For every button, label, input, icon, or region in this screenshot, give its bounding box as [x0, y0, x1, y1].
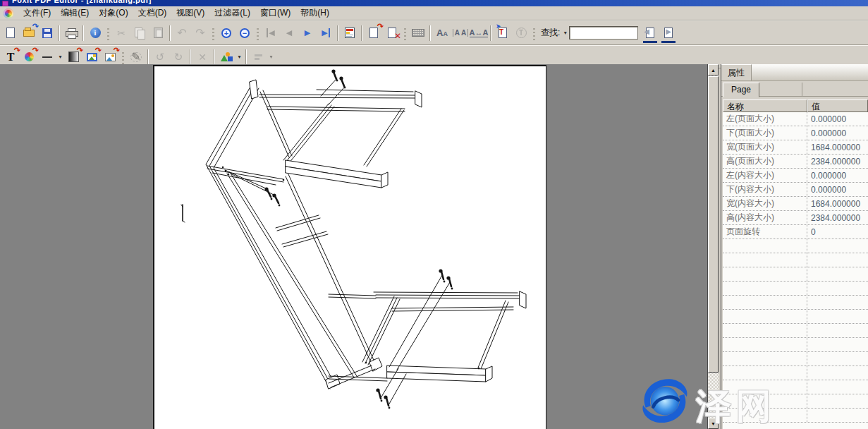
add-graphics-button[interactable]	[217, 49, 236, 66]
virtual-keyboard-button[interactable]	[409, 25, 427, 42]
insert-text-button[interactable]: T➤	[494, 25, 512, 42]
menu-item-8[interactable]: 帮助(H)	[295, 6, 334, 20]
edit-color-button[interactable]: ↷	[20, 49, 38, 66]
align-dropdown[interactable]: ▾	[267, 54, 275, 60]
document-icon[interactable]	[4, 8, 13, 18]
separator	[82, 25, 84, 41]
print-button[interactable]	[62, 25, 80, 42]
document-info-button[interactable]: i	[86, 25, 104, 42]
add-shading-button[interactable]: ↷	[64, 49, 82, 66]
font-compare-button[interactable]: A A	[451, 25, 470, 42]
rotate-object-right-button[interactable]: ↻	[169, 49, 188, 66]
window-title: Foxit PDF Editor - [zhankuang.pdf]	[12, 0, 152, 4]
property-value: 0.000000	[807, 169, 868, 182]
find-next-underline	[661, 41, 676, 43]
toolbar-grip[interactable]	[533, 26, 535, 40]
property-row-6[interactable]: 下(内容大小)0.000000	[723, 183, 868, 197]
menu-item-7[interactable]: 窗口(W)	[255, 6, 295, 20]
property-name: 宽(内容大小)	[723, 197, 807, 210]
redo-button[interactable]: ↷	[191, 25, 209, 42]
menu-item-4[interactable]: 文档(D)	[133, 6, 172, 20]
property-row-5[interactable]: 左(内容大小)0.000000	[723, 169, 868, 183]
menu-item-2[interactable]: 编辑(E)	[56, 6, 94, 20]
tab-edge	[802, 83, 802, 96]
copy-pages-icon	[135, 28, 145, 38]
property-row-7[interactable]: 宽(内容大小)1684.000000	[723, 197, 868, 211]
document-canvas[interactable]	[0, 64, 707, 429]
first-page-button[interactable]: ◀	[262, 25, 280, 42]
rotate-page-button[interactable]: ↷	[365, 25, 383, 42]
find-dropdown-button[interactable]: ▾	[561, 30, 569, 36]
vertical-scrollbar[interactable]: ▲ ▼	[707, 64, 719, 429]
scrollbar-thumb[interactable]	[708, 76, 719, 373]
property-row-empty	[723, 267, 868, 282]
text-circle-button[interactable]: T	[512, 25, 530, 42]
property-name: 宽(页面大小)	[723, 140, 807, 154]
paste-button[interactable]	[149, 25, 167, 42]
toolbar-grip[interactable]	[122, 50, 124, 64]
open-folder-icon	[23, 30, 35, 37]
find-previous-button[interactable]: ◀	[641, 25, 659, 42]
property-row-3[interactable]: 宽(页面大小)1684.000000	[723, 140, 868, 155]
edit-object-button[interactable]: ✎	[127, 49, 145, 66]
separator	[169, 25, 171, 41]
pdf-page[interactable]	[153, 65, 546, 429]
toolbar-grip[interactable]	[212, 26, 214, 40]
find-next-button[interactable]: ▶	[659, 25, 678, 42]
menu-item-3[interactable]: 对象(O)	[94, 6, 133, 20]
scroll-down-button[interactable]: ▼	[708, 418, 719, 429]
add-text-button[interactable]: T↷	[1, 49, 20, 66]
font-style-button[interactable]: AA	[433, 25, 451, 42]
menu-item-5[interactable]: 视图(V)	[171, 6, 209, 20]
property-value	[807, 267, 868, 281]
scroll-up-button[interactable]: ▲	[708, 64, 719, 75]
property-name	[723, 409, 807, 422]
line-style-button[interactable]	[38, 49, 56, 66]
page-layout-button[interactable]	[341, 25, 359, 42]
new-document-button[interactable]	[1, 25, 20, 42]
property-row-8[interactable]: 高(内容大小)2384.000000	[723, 211, 868, 225]
undo-arrow-icon: ↶	[177, 28, 186, 39]
add-image-button[interactable]: ↷	[101, 49, 119, 66]
open-button[interactable]: ↷	[20, 25, 38, 42]
add-graphics-dropdown[interactable]: ▾	[236, 54, 243, 60]
find-input[interactable]	[569, 26, 638, 40]
toolbar-grip[interactable]	[404, 26, 406, 40]
last-page-button[interactable]: ▶	[317, 25, 335, 42]
property-row-1[interactable]: 左(页面大小)0.000000	[723, 112, 868, 126]
toolbar-grip[interactable]	[257, 26, 259, 40]
property-row-2[interactable]: 下(页面大小)0.000000	[723, 126, 868, 140]
menu-items: 文件(F)编辑(E)对象(O)文档(D)视图(V)过滤器(L)窗口(W)帮助(H…	[18, 6, 334, 20]
zoom-out-button[interactable]: −	[236, 25, 254, 42]
tab-page[interactable]: Page	[723, 83, 759, 97]
cut-button[interactable]: ✂	[112, 25, 130, 42]
toolbar-grip[interactable]	[107, 26, 109, 40]
delete-object-button[interactable]: ✕	[193, 49, 212, 66]
property-value: 2384.000000	[807, 155, 868, 168]
undo-button[interactable]: ↶	[173, 25, 191, 42]
char-spacing-icon: A↔A	[470, 28, 489, 37]
property-row-empty	[723, 338, 868, 352]
property-row-empty	[723, 253, 868, 267]
property-row-9[interactable]: 页面旋转0	[723, 225, 868, 239]
save-button[interactable]	[38, 25, 56, 42]
new-page-icon	[6, 28, 15, 38]
property-row-4[interactable]: 高(页面大小)2384.000000	[723, 155, 868, 169]
printer-icon	[66, 28, 78, 37]
menu-item-1[interactable]: 文件(F)	[18, 6, 56, 20]
edit-image-button[interactable]: ↷	[82, 49, 101, 66]
clipboard-icon	[154, 28, 163, 38]
line-style-dropdown[interactable]: ▾	[56, 54, 64, 60]
rotate-object-left-button[interactable]: ↺	[151, 49, 169, 66]
char-spacing-button[interactable]: A↔A	[470, 25, 488, 42]
menu-item-6[interactable]: 过滤器(L)	[209, 6, 255, 20]
delete-page-button[interactable]: ✕	[383, 25, 401, 42]
property-name: 下(页面大小)	[723, 126, 807, 140]
zoom-in-button[interactable]: +	[217, 25, 236, 42]
property-row-empty	[723, 296, 868, 310]
copy-button[interactable]	[130, 25, 149, 42]
app-window: Foxit PDF Editor - [zhankuang.pdf] 文件(F)…	[0, 0, 868, 429]
next-page-button[interactable]: ▶	[298, 25, 317, 42]
align-objects-button[interactable]	[249, 49, 267, 66]
previous-page-button[interactable]: ◀	[280, 25, 298, 42]
